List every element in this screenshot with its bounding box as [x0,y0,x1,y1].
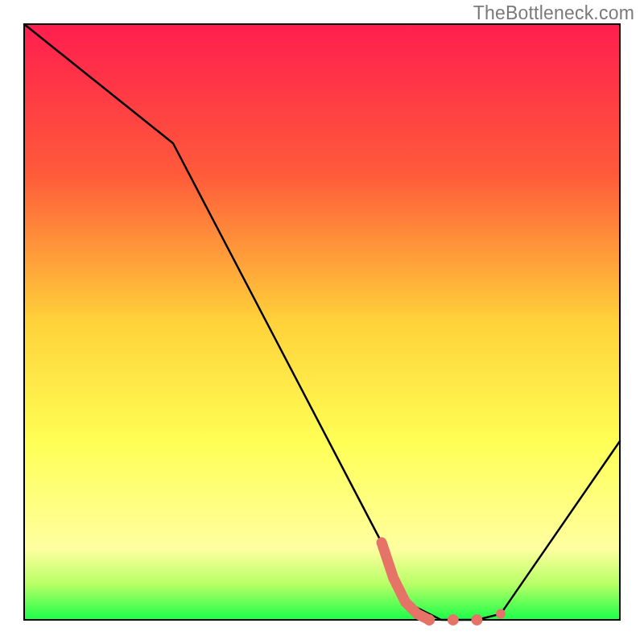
optimal-point [471,614,482,625]
watermark-text: TheBottleneck.com [473,2,634,24]
optimal-point [448,614,459,625]
optimal-point [423,614,435,625]
optimal-point [496,609,506,619]
bottleneck-chart: TheBottleneck.com [0,0,644,644]
chart-svg [0,0,644,644]
plot-background [24,24,620,620]
